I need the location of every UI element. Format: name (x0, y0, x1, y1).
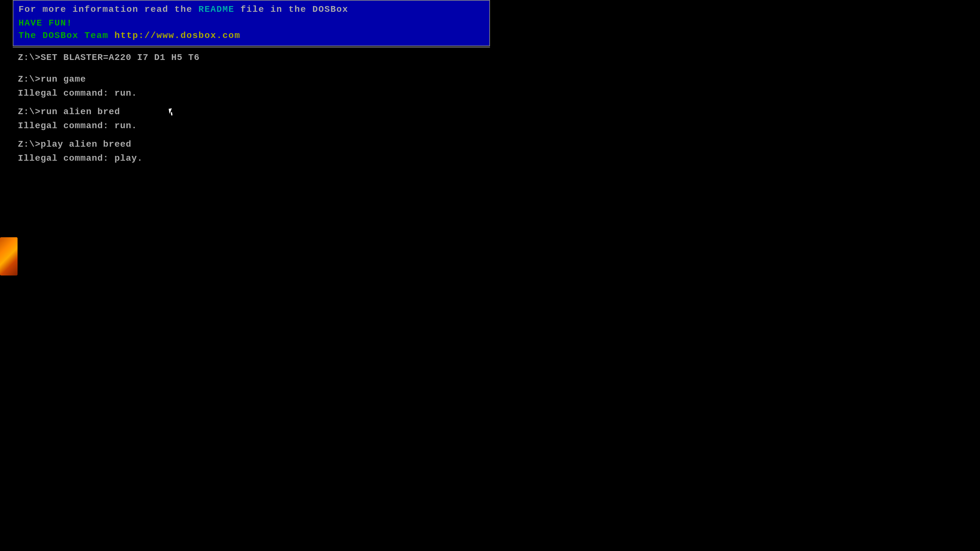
readme-text: README (199, 5, 234, 14)
info-line-1: For more information read the README fil… (19, 3, 484, 16)
team-line: The DOSBox Team http://www.dosbox.com (19, 29, 484, 42)
blaster-cmd-line: Z:\>SET BLASTER=A220 I7 D1 H5 T6 (18, 51, 485, 64)
left-sidebar (0, 0, 13, 275)
separator-line (13, 47, 490, 48)
run-alien-cmd: Z:\>run alien bred (18, 105, 485, 119)
play-alien-cmd: Z:\>play alien breed (18, 138, 485, 151)
team-text: The DOSBox Team (19, 30, 115, 40)
run-game-cmd: Z:\>run game (18, 73, 485, 86)
run-game-error: Illegal command: run. (18, 87, 485, 100)
run-alien-error: Illegal command: run. (18, 119, 485, 133)
dosbox-screen: For more information read the README fil… (0, 0, 490, 275)
info-text-after-readme: file in the DOSBox (234, 5, 348, 14)
info-text-before-readme: For more information read the (19, 5, 199, 14)
play-alien-error: Illegal command: play. (18, 152, 485, 165)
url-text: http://www.dosbox.com (115, 30, 240, 40)
bottom-left-decoration (0, 237, 18, 275)
dosbox-info-box: For more information read the README fil… (13, 0, 490, 46)
have-fun-text: HAVE FUN! (19, 17, 484, 29)
terminal-area[interactable]: Z:\>SET BLASTER=A220 I7 D1 H5 T6 Z:\>run… (13, 48, 490, 275)
